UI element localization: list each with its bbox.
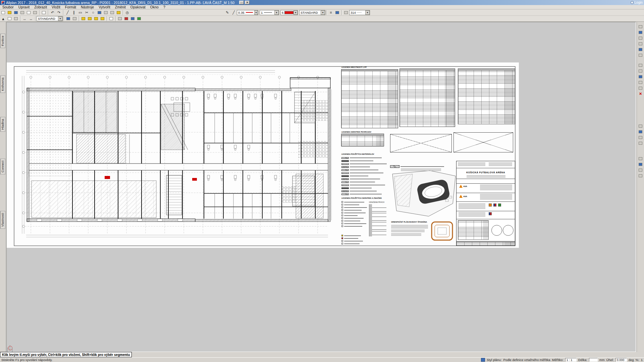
tool-icon[interactable] [638,162,644,167]
angle-label: Úhel: [606,358,614,362]
mirror-tool-icon[interactable] [109,10,115,15]
measure-icon[interactable] [72,16,78,21]
open-project-icon[interactable] [7,10,13,15]
tool-icon[interactable] [638,24,644,29]
menu-upravit[interactable]: Upravit [16,5,32,9]
zoom-icon[interactable]: ◎ [124,10,130,15]
element-plot-icon[interactable] [136,16,142,21]
delete-icon[interactable]: ✕ [638,91,644,96]
tool-icon[interactable] [638,129,644,134]
scale-field[interactable]: 1 : 1 [565,358,577,362]
style-combo[interactable]: STANDARD▼ [37,16,63,21]
menu-help[interactable]: ? [161,5,168,9]
undo-icon[interactable]: ↶ [50,10,56,15]
tool-icon[interactable] [638,123,644,129]
tool-icon[interactable] [638,80,644,85]
tool-icon[interactable] [638,35,644,41]
tool-icon[interactable] [638,30,644,35]
element-red-icon[interactable] [123,16,129,21]
minimize-button[interactable]: — [239,1,244,4]
angle-field[interactable]: 0.000 [615,358,627,362]
rotate-tool-icon[interactable] [103,10,109,15]
segment-icon[interactable] [343,10,349,15]
swap-right-icon[interactable]: ↔ [28,16,34,21]
tool-icon[interactable] [638,41,644,46]
hint-row: Klik levým tl.myší pro výběr, Ctrl+klik … [0,352,644,357]
layer-combo[interactable]: STANDARD▼ [299,10,325,15]
tool-icon[interactable] [638,140,644,146]
layer-select-icon[interactable]: ≡ [328,10,334,15]
tool-icon[interactable] [638,85,644,91]
select-segment-icon[interactable] [7,16,13,21]
circle-tool-icon[interactable]: ○ [90,10,96,15]
filter-icon[interactable] [117,16,123,21]
redo-icon[interactable]: ↷ [56,10,62,15]
stack-tool-icon[interactable] [116,10,122,15]
sequence-combo[interactable]: 314• • • •▼ [349,10,370,15]
stamp-circle-2 [503,225,514,236]
tool-icon[interactable] [638,47,644,52]
pen-set-3-icon[interactable] [93,16,99,21]
element-blue-icon[interactable] [130,16,136,21]
pen-set-1-icon[interactable] [80,16,87,21]
paste-icon[interactable] [32,10,38,15]
partner-logo-blue-red-2 [489,212,492,215]
color-swatch [284,11,293,14]
menu-format[interactable]: Formát [63,5,78,9]
parallel-tool-icon[interactable]: ∥ [71,10,77,15]
user-icon [631,1,634,4]
legend-marks-caption: OZNAČENIE PRVKOV [369,201,384,203]
ava-triangle-icon [459,195,463,198]
tab-knihovna[interactable]: Knihovna [0,76,5,93]
save-icon[interactable] [13,10,19,15]
line-style-icon[interactable]: ╱ [231,10,237,15]
select-arrow-icon[interactable]: ▲ [0,16,6,21]
tool-icon[interactable] [638,68,644,74]
menu-zmenit[interactable]: Změnit [113,5,128,9]
pen-set-2-icon[interactable] [87,16,93,21]
plan-sheet[interactable]: LEGENDA MIESTNOSTÍ 1.PP LEGENDA SKRATIEK… [7,62,519,248]
rectangle-tool-icon[interactable]: ▭ [77,10,84,15]
pin-icon[interactable] [65,16,71,21]
window-layout-icon[interactable] [41,10,47,15]
close-button[interactable]: ✕ [245,1,250,4]
brackets-icon[interactable] [13,16,19,21]
tool-icon[interactable] [638,62,644,68]
menu-zobrazit[interactable]: Zobrazit [32,5,49,9]
line-tool-icon[interactable]: ╱ [65,10,71,15]
pen-set-4-icon[interactable] [100,16,106,21]
print-icon[interactable] [19,10,25,15]
tab-funkce[interactable]: Funkce [0,34,5,48]
tab-vlastnosti[interactable]: Vlastnosti [0,211,5,229]
menu-vytvorit[interactable]: Vytvořit [96,5,113,9]
line-type-combo[interactable]: 1▼ [260,10,279,15]
new-document-icon[interactable] [0,10,6,15]
tool-icon[interactable] [638,74,644,79]
tool-icon[interactable] [638,156,644,161]
tool-icon[interactable] [638,52,644,58]
menu-nastroje[interactable]: Nástroje [78,5,96,9]
grid-icon[interactable] [108,16,114,21]
layer-visibility-icon[interactable] [334,10,340,15]
tool-icon[interactable] [638,135,644,140]
pen-icon[interactable]: ✎ [224,10,230,15]
tab-hladina[interactable]: Hladina [0,117,5,132]
length-field[interactable] [589,358,598,362]
menu-okno[interactable]: Okno [148,5,161,9]
scissors-icon[interactable]: ✂ [84,10,90,15]
tab-connect[interactable]: Connect [0,159,5,174]
copy-icon[interactable] [26,10,32,15]
plan-style-label: Styl plánu: [487,358,501,362]
tool-icon[interactable] [638,173,644,178]
line-color-combo[interactable]: 6▼ [280,10,298,15]
menu-opakovat[interactable]: Opakovat [128,5,148,9]
swap-left-icon[interactable]: ↔ [22,16,28,21]
plan-style-value[interactable]: Podle definice vztažného měřítka [503,358,550,362]
login-button[interactable]: Login [631,1,643,4]
menu-soubor[interactable]: Soubor [0,5,16,9]
move-tool-icon[interactable] [97,10,103,15]
tool-icon[interactable] [638,167,644,173]
pen-thickness-combo[interactable]: 0.35▼ [237,10,258,15]
ava-logo-2: AVA [459,195,467,198]
menu-vlozit[interactable]: Vložit [49,5,63,9]
